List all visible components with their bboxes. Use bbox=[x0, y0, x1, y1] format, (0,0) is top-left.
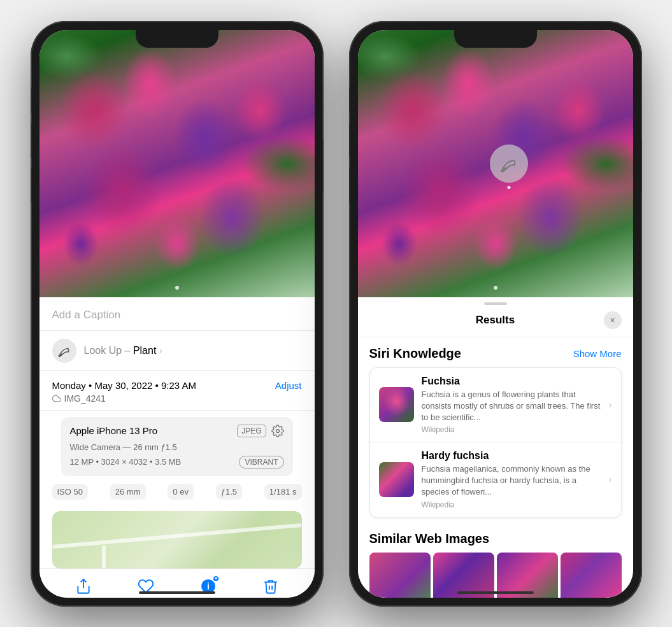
volume-down-button-right[interactable] bbox=[349, 167, 350, 202]
page-indicator-right bbox=[494, 286, 497, 290]
results-sheet: Results × Siri Knowledge Show More bbox=[358, 297, 633, 598]
left-phone-screen: Add a Caption Look Up – Plant › bbox=[39, 30, 315, 598]
file-spec: 12 MP • 3024 × 4032 • 3.5 MB bbox=[70, 457, 182, 467]
map-background bbox=[52, 511, 302, 568]
device-section-wrapper: Apple iPhone 13 Pro JPEG Wide Camera — 2… bbox=[39, 417, 315, 476]
lookup-label: Look Up – Plant › bbox=[84, 345, 163, 356]
device-row: Apple iPhone 13 Pro JPEG bbox=[70, 425, 284, 437]
hardy-thumb-bg bbox=[379, 462, 414, 497]
flower-photo-right[interactable] bbox=[358, 30, 633, 297]
volume-up-button-right[interactable] bbox=[349, 123, 350, 158]
visual-lookup-button[interactable] bbox=[490, 144, 528, 183]
flower-photo-left[interactable] bbox=[39, 30, 315, 297]
exif-focal: 26 mm bbox=[110, 484, 146, 500]
hardy-source: Wikipedia bbox=[422, 500, 601, 509]
delete-button[interactable] bbox=[261, 577, 280, 596]
format-badge: JPEG bbox=[237, 425, 266, 437]
home-indicator-right bbox=[457, 591, 534, 594]
knowledge-content-hardy: Hardy fuchsia Fuchsia magellanica, commo… bbox=[422, 450, 601, 509]
meta-location: IMG_4241 bbox=[52, 393, 302, 404]
similar-image-4[interactable] bbox=[561, 553, 622, 598]
knowledge-content-fuchsia: Fuchsia Fuchsia is a genus of flowering … bbox=[422, 376, 601, 435]
fuchsia-thumb-bg bbox=[379, 387, 414, 422]
camera-settings-icon bbox=[271, 425, 284, 437]
sheet-handle bbox=[484, 302, 507, 305]
vibrant-badge: VIBRANT bbox=[239, 456, 283, 468]
close-button[interactable]: × bbox=[604, 311, 622, 329]
phones-container: Add a Caption Look Up – Plant › bbox=[18, 8, 655, 619]
knowledge-item-fuchsia[interactable]: Fuchsia Fuchsia is a genus of flowering … bbox=[370, 368, 621, 443]
show-more-button[interactable]: Show More bbox=[573, 348, 622, 359]
hardy-chevron: › bbox=[609, 474, 612, 484]
volume-down-button[interactable] bbox=[31, 167, 32, 202]
right-phone-frame: Results × Siri Knowledge Show More bbox=[349, 21, 642, 607]
leaf-icon-right bbox=[499, 154, 518, 173]
share-icon bbox=[75, 578, 92, 595]
device-name: Apple iPhone 13 Pro bbox=[70, 425, 158, 436]
lookup-dot bbox=[508, 186, 511, 189]
meta-section: Monday • May 30, 2022 • 9:23 AM Adjust I… bbox=[39, 371, 315, 411]
lookup-row[interactable]: Look Up – Plant › bbox=[39, 331, 315, 371]
exif-shutter: 1/181 s bbox=[264, 484, 302, 500]
adjust-button[interactable]: Adjust bbox=[275, 380, 302, 391]
map-road-vertical bbox=[102, 546, 106, 568]
svg-point-0 bbox=[276, 429, 279, 432]
caption-area[interactable]: Add a Caption bbox=[39, 297, 315, 331]
right-phone-screen: Results × Siri Knowledge Show More bbox=[358, 30, 633, 598]
page-indicator bbox=[175, 286, 179, 290]
mute-button-right[interactable] bbox=[349, 88, 350, 113]
hardy-desc: Fuchsia magellanica, commonly known as t… bbox=[422, 463, 601, 498]
fuchsia-name: Fuchsia bbox=[422, 376, 601, 387]
fuchsia-chevron: › bbox=[609, 400, 612, 410]
power-button[interactable] bbox=[322, 139, 324, 193]
notch bbox=[136, 30, 218, 48]
volume-up-button[interactable] bbox=[31, 123, 32, 158]
results-title: Results bbox=[387, 314, 604, 327]
similar-title: Similar Web Images bbox=[369, 532, 622, 546]
power-button-right[interactable] bbox=[641, 139, 642, 193]
results-header: Results × bbox=[358, 309, 633, 337]
home-indicator bbox=[139, 591, 215, 594]
knowledge-card: Fuchsia Fuchsia is a genus of flowering … bbox=[369, 367, 622, 518]
leaf-icon bbox=[57, 344, 71, 358]
siri-knowledge-title: Siri Knowledge bbox=[369, 346, 461, 361]
fuchsia-thumbnail bbox=[379, 387, 414, 422]
cloud-icon bbox=[52, 394, 61, 403]
meta-date-row: Monday • May 30, 2022 • 9:23 AM Adjust bbox=[52, 380, 302, 391]
siri-header: Siri Knowledge Show More bbox=[369, 346, 622, 361]
filename: IMG_4241 bbox=[64, 393, 106, 404]
close-icon: × bbox=[610, 315, 615, 325]
map-thumbnail[interactable] bbox=[52, 511, 302, 568]
lookup-icon-circle bbox=[52, 339, 76, 363]
info-badge: ✦ bbox=[213, 575, 219, 582]
exif-row: ISO 50 26 mm 0 ev ƒ1.5 1/181 s bbox=[39, 479, 315, 505]
similar-image-1[interactable] bbox=[369, 553, 431, 598]
hardy-thumbnail bbox=[379, 462, 414, 497]
mute-button[interactable] bbox=[31, 88, 32, 113]
trash-icon bbox=[262, 578, 279, 595]
caption-placeholder[interactable]: Add a Caption bbox=[52, 309, 121, 321]
share-button[interactable] bbox=[74, 577, 93, 596]
exif-aperture: ƒ1.5 bbox=[216, 484, 242, 500]
knowledge-item-hardy[interactable]: Hardy fuchsia Fuchsia magellanica, commo… bbox=[370, 442, 621, 517]
map-road bbox=[52, 523, 301, 548]
similar-section: Similar Web Images bbox=[358, 523, 633, 598]
device-badges: JPEG bbox=[237, 425, 283, 437]
meta-date: Monday • May 30, 2022 • 9:23 AM bbox=[52, 380, 196, 391]
siri-section: Siri Knowledge Show More Fuchsia Fuchsia… bbox=[358, 337, 633, 523]
file-spec-row: 12 MP • 3024 × 4032 • 3.5 MB VIBRANT bbox=[70, 456, 284, 468]
fuchsia-desc: Fuchsia is a genus of flowering plants t… bbox=[422, 389, 601, 424]
notch-right bbox=[454, 30, 537, 48]
svg-text:i: i bbox=[207, 581, 210, 591]
left-phone-frame: Add a Caption Look Up – Plant › bbox=[31, 21, 324, 607]
exif-ev: 0 ev bbox=[168, 484, 194, 500]
fuchsia-source: Wikipedia bbox=[422, 425, 601, 434]
device-section: Apple iPhone 13 Pro JPEG Wide Camera — 2… bbox=[61, 417, 293, 476]
exif-iso: ISO 50 bbox=[52, 484, 88, 500]
hardy-name: Hardy fuchsia bbox=[422, 450, 601, 461]
camera-spec: Wide Camera — 26 mm ƒ1.5 bbox=[70, 442, 284, 452]
